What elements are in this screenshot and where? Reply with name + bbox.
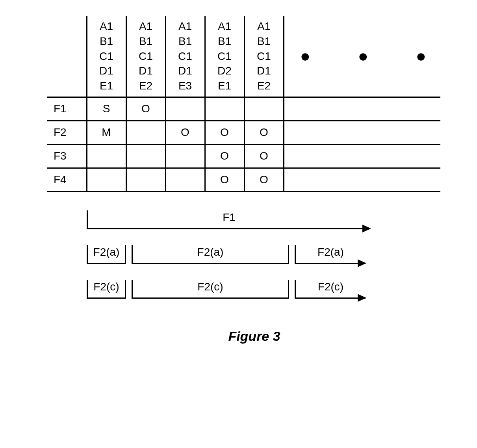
- hc: A1: [128, 19, 163, 34]
- arrow-head-icon: [362, 225, 371, 232]
- arrow-head-icon: [358, 294, 366, 302]
- bracket-f2a-2: F2(a): [132, 245, 289, 264]
- cell-spacer: [284, 97, 440, 121]
- hc: E1: [207, 78, 242, 93]
- cell: [126, 144, 165, 168]
- bracket-f2c-1: F2(c): [87, 280, 126, 299]
- row-label: F4: [47, 168, 87, 191]
- table-row: F4 O O: [47, 168, 440, 191]
- cell: [87, 144, 126, 168]
- arrow-row-f2c: F2(c) F2(c) F2(c): [87, 277, 461, 301]
- bracket-label: F2(c): [197, 281, 223, 293]
- cell: O: [205, 144, 244, 168]
- header-row: A1 B1 C1 D1 E1 A1 B1 C1 D1 E2 A1 B1 C1 D…: [47, 16, 440, 97]
- data-table: A1 B1 C1 D1 E1 A1 B1 C1 D1 E2 A1 B1 C1 D…: [47, 16, 440, 192]
- bracket-f2a-3: F2(a): [295, 245, 366, 264]
- hc: D1: [168, 63, 203, 78]
- hc: C1: [207, 49, 242, 64]
- cell-spacer: [284, 144, 440, 168]
- cell: O: [205, 168, 244, 191]
- cell: S: [87, 97, 126, 121]
- ellipsis-icon: ● ● ●: [284, 16, 440, 97]
- header-col-3: A1 B1 C1 D1 E3: [165, 16, 205, 97]
- table-row: F3 O O: [47, 144, 440, 168]
- row-label: F3: [47, 144, 87, 168]
- arrow-row-f1: F1: [87, 208, 461, 232]
- cell: [205, 97, 244, 121]
- cell-spacer: [284, 168, 440, 191]
- bracket-label: F2(a): [197, 246, 224, 258]
- hc: E3: [168, 78, 203, 93]
- bracket-f2c-3: F2(c): [295, 280, 366, 299]
- hc: E2: [247, 78, 282, 93]
- hc: A1: [247, 19, 282, 34]
- cell: [126, 168, 165, 191]
- hc: E2: [128, 78, 163, 93]
- cell: O: [244, 168, 284, 191]
- cell: O: [165, 121, 205, 144]
- hc: E1: [89, 78, 124, 93]
- cell: O: [244, 121, 284, 144]
- cell-spacer: [284, 121, 440, 144]
- bracket-label: F2(a): [93, 246, 120, 258]
- hc: B1: [247, 34, 282, 49]
- hc: D1: [247, 63, 282, 78]
- table-row: F2 M O O O: [47, 121, 440, 144]
- header-spacer: [47, 16, 87, 97]
- bracket-f2c-2: F2(c): [132, 280, 289, 299]
- hc: C1: [247, 49, 282, 64]
- hc: C1: [168, 49, 203, 64]
- bracket-arrows: F1 F2(a) F2(a) F2(a) F2(c) F2(c): [87, 208, 461, 301]
- hc: D2: [207, 63, 242, 78]
- header-col-1: A1 B1 C1 D1 E1: [87, 16, 126, 97]
- cell: [165, 144, 205, 168]
- hc: B1: [128, 34, 163, 49]
- bracket-label: F1: [223, 211, 236, 224]
- figure-caption: Figure 3: [47, 329, 461, 344]
- cell: [126, 121, 165, 144]
- hc: A1: [168, 19, 203, 34]
- bracket-f1: F1: [87, 210, 370, 229]
- hc: D1: [89, 63, 124, 78]
- cell: [165, 168, 205, 191]
- hc: B1: [168, 34, 203, 49]
- arrow-row-f2a: F2(a) F2(a) F2(a): [87, 243, 461, 266]
- hc: C1: [128, 49, 163, 64]
- arrow-head-icon: [358, 259, 366, 267]
- hc: A1: [207, 19, 242, 34]
- cell: O: [126, 97, 165, 121]
- cell: [244, 97, 284, 121]
- hc: B1: [207, 34, 242, 49]
- row-label: F2: [47, 121, 87, 144]
- row-label: F1: [47, 97, 87, 121]
- cell: [87, 168, 126, 191]
- figure-container: A1 B1 C1 D1 E1 A1 B1 C1 D1 E2 A1 B1 C1 D…: [47, 16, 461, 344]
- bracket-f2a-1: F2(a): [87, 245, 126, 264]
- bracket-label: F2(c): [318, 281, 343, 293]
- cell: O: [244, 144, 284, 168]
- cell: M: [87, 121, 126, 144]
- bracket-label: F2(c): [93, 281, 119, 293]
- table-row: F1 S O: [47, 97, 440, 121]
- hc: A1: [89, 19, 124, 34]
- cell: O: [205, 121, 244, 144]
- cell: [165, 97, 205, 121]
- header-col-4: A1 B1 C1 D2 E1: [205, 16, 244, 97]
- hc: C1: [89, 49, 124, 64]
- header-col-2: A1 B1 C1 D1 E2: [126, 16, 165, 97]
- hc: B1: [89, 34, 124, 49]
- hc: D1: [128, 63, 163, 78]
- header-col-5: A1 B1 C1 D1 E2: [244, 16, 284, 97]
- bracket-label: F2(a): [317, 246, 344, 258]
